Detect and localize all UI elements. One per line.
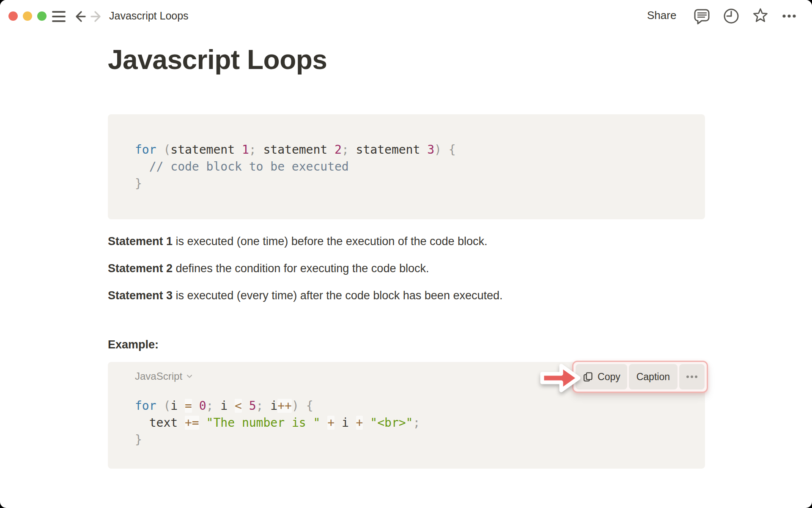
code-token: 2 [335,143,342,157]
example-label: Example: [108,336,705,353]
paragraph: Statement 2 defines the condition for ex… [108,260,705,277]
forward-arrow-icon[interactable] [88,8,105,25]
code-token: text [135,416,185,430]
code-token [213,399,220,413]
paragraph: Statement 1 is executed (one time) befor… [108,233,705,250]
app-window: Javascript Loops Share Javascript Loops … [0,0,812,508]
code-token [199,416,206,430]
code-token: ; [342,143,349,157]
code-line: // code block to be executed [135,158,678,175]
more-ellipsis-icon[interactable] [779,6,799,26]
code-token: ; [206,399,214,413]
code-token: statement [263,143,335,157]
caption-button-label: Caption [636,371,670,383]
code-token: i [170,399,185,413]
code-token [156,399,164,413]
code-token: statement [356,143,428,157]
code-token: i [270,399,277,413]
code-token: ( [163,399,170,413]
code-token [263,399,270,413]
code-line: for (statement 1; statement 2; statement… [135,141,678,158]
code-more-button[interactable] [679,364,705,389]
code-block-syntax[interactable]: for (statement 1; statement 2; statement… [108,114,705,219]
code-token: = [185,399,192,413]
code-token [299,399,306,413]
hamburger-icon[interactable] [52,11,66,22]
code-line: } [135,431,678,448]
code-token: ; [256,399,263,413]
code-token: "The number is " [206,416,321,430]
code-token: 1 [242,143,249,157]
copy-button[interactable]: Copy [576,364,627,389]
code-token: "<br>" [370,416,413,430]
code-token [442,143,449,157]
code-token: ) [292,399,299,413]
paragraph-text: is executed (one time) before the execut… [173,235,487,248]
code-token [192,399,199,413]
annotation-arrow-icon [539,361,582,395]
copy-button-label: Copy [598,371,620,383]
code-token [363,416,370,430]
chevron-down-icon [185,372,194,381]
code-token: ; [249,143,256,157]
code-token: + [327,416,335,430]
paragraph-bold: Statement 2 [108,262,173,275]
code-token: 5 [249,399,256,413]
code-token: { [306,399,313,413]
code-token: ) [434,143,442,157]
paragraph-bold: Statement 1 [108,235,173,248]
language-label: JavaScript [135,370,182,382]
document-body: Javascript Loops for (statement 1; state… [108,0,705,469]
code-token: for [135,399,156,413]
code-toolbar-highlight: Copy Caption [572,361,708,393]
paragraph: Statement 3 is executed (every time) aft… [108,287,705,304]
code-token: } [135,433,142,447]
back-arrow-icon[interactable] [71,8,88,25]
favorite-star-icon[interactable] [751,6,770,26]
more-ellipsis-icon [685,374,699,379]
paragraph-bold: Statement 3 [108,289,173,302]
history-clock-icon[interactable] [721,6,741,26]
code-token: + [356,416,363,430]
code-token [349,143,356,157]
code-line: } [135,175,678,192]
paragraph-text: is executed (every time) after the code … [173,289,502,302]
code-block-example[interactable]: JavaScript for (i = 0; i < 5; i++) { tex… [108,362,705,469]
minimize-button[interactable] [23,11,32,21]
code-token [256,143,263,157]
close-button[interactable] [8,11,18,21]
copy-pages-icon [582,371,594,383]
code-token [242,399,249,413]
page-title: Javascript Loops [108,44,705,76]
code-token: 3 [427,143,434,157]
code-token [156,143,164,157]
code-token: // code block to be executed [149,160,349,174]
code-token: { [449,143,456,157]
code-token: ++ [277,399,292,413]
code-token [320,416,327,430]
code-token [135,160,149,174]
code-token: i [335,416,356,430]
code-token: < [235,399,242,413]
fullscreen-button[interactable] [37,11,47,21]
code-token: 0 [199,399,206,413]
code-token: for [135,143,156,157]
paragraph-text: defines the condition for executing the … [173,262,429,275]
code-line: text += "The number is " + i + "<br>"; [135,414,678,431]
code-token: statement [170,143,242,157]
code-token: ; [413,416,420,430]
code-line: for (i = 0; i < 5; i++) { [135,398,678,414]
code-token: i [220,399,235,413]
code-token: ( [163,143,170,157]
code-token: } [135,177,142,190]
code-token: += [185,416,199,430]
caption-button[interactable]: Caption [629,364,678,389]
language-selector[interactable]: JavaScript [135,370,194,382]
